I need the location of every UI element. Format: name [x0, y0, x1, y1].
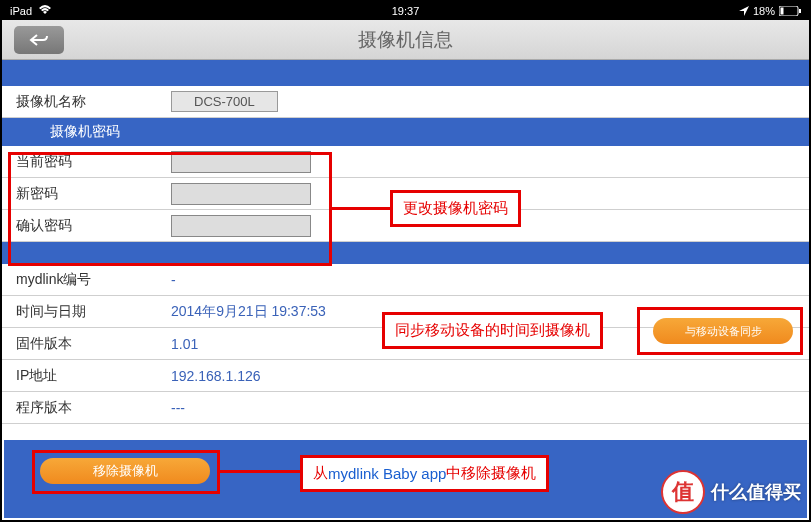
watermark-badge: 值	[661, 470, 705, 514]
annotation-callout-sync: 同步移动设备的时间到摄像机	[382, 312, 603, 349]
annotation-callout-remove: 从 mydlink Baby app 中 移除摄像机	[300, 455, 549, 492]
firmware-label: 固件版本	[16, 335, 171, 353]
new-password-input[interactable]	[171, 183, 311, 205]
svg-rect-2	[799, 9, 801, 13]
new-password-label: 新密码	[16, 185, 171, 203]
row-current-password: 当前密码	[2, 146, 809, 178]
back-button[interactable]	[14, 26, 64, 54]
battery-icon	[779, 6, 801, 16]
battery-percent: 18%	[753, 5, 775, 17]
wifi-icon	[38, 5, 52, 17]
datetime-label: 时间与日期	[16, 303, 171, 321]
page-title: 摄像机信息	[358, 27, 453, 53]
program-value: ---	[171, 400, 185, 416]
row-program: 程序版本 ---	[2, 392, 809, 424]
confirm-password-input[interactable]	[171, 215, 311, 237]
watermark-text: 什么值得买	[711, 480, 801, 504]
ip-label: IP地址	[16, 367, 171, 385]
remove-camera-button[interactable]: 移除摄像机	[40, 458, 210, 484]
confirm-password-label: 确认密码	[16, 217, 171, 235]
annotation-line-3	[220, 470, 302, 473]
callout3-mid: 中	[446, 464, 461, 483]
content: 摄像机名称 DCS-700L 摄像机密码 当前密码 新密码 确认密码 mydli…	[2, 60, 809, 424]
mydlink-label: mydlink编号	[16, 271, 171, 289]
callout3-suffix: 移除摄像机	[461, 464, 536, 483]
callout3-app: mydlink Baby app	[328, 465, 446, 482]
back-icon	[29, 33, 49, 47]
ip-value: 192.168.1.126	[171, 368, 261, 384]
mydlink-value: -	[171, 272, 176, 288]
current-password-input[interactable]	[171, 151, 311, 173]
status-bar: iPad 19:37 18%	[2, 2, 809, 20]
row-camera-name: 摄像机名称 DCS-700L	[2, 86, 809, 118]
nav-bar: 摄像机信息	[2, 20, 809, 60]
password-section-header: 摄像机密码	[2, 118, 809, 146]
top-band	[2, 60, 809, 86]
location-icon	[739, 6, 749, 16]
svg-rect-1	[781, 8, 784, 15]
sync-time-button[interactable]: 与移动设备同步	[653, 318, 793, 344]
annotation-callout-password: 更改摄像机密码	[390, 190, 521, 227]
datetime-value: 2014年9月21日 19:37:53	[171, 303, 326, 321]
mid-band	[2, 242, 809, 264]
firmware-value: 1.01	[171, 336, 198, 352]
clock: 19:37	[392, 5, 420, 17]
annotation-line-1	[332, 207, 392, 210]
device-label: iPad	[10, 5, 32, 17]
callout3-prefix: 从	[313, 464, 328, 483]
current-password-label: 当前密码	[16, 153, 171, 171]
row-ip: IP地址 192.168.1.126	[2, 360, 809, 392]
camera-model-button[interactable]: DCS-700L	[171, 91, 278, 112]
row-mydlink: mydlink编号 -	[2, 264, 809, 296]
camera-name-label: 摄像机名称	[16, 93, 171, 111]
program-label: 程序版本	[16, 399, 171, 417]
status-right: 18%	[739, 5, 801, 17]
watermark: 值 什么值得买	[661, 470, 801, 514]
